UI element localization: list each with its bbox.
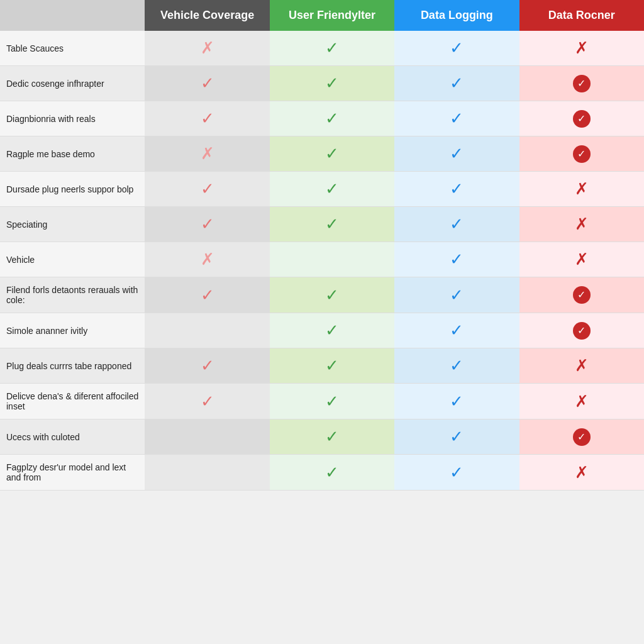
feature-label: Fagplzy desr'ur model and lext and from [0, 455, 145, 491]
table-row: Simole ananner ivitly ✓ ✓ ✓ [0, 313, 644, 348]
user-cell [270, 242, 394, 277]
vehicle-cell: ✓ [145, 101, 269, 136]
check-blue-icon: ✓ [450, 144, 464, 164]
header-vehicle-coverage: Vehicle Coverage [145, 0, 269, 31]
header-data-logging: Data Logging [394, 0, 519, 31]
circle-check-icon: ✓ [573, 75, 591, 92]
feature-label: Delicve dena's & diferent affociled inse… [0, 384, 145, 419]
x-pink-icon: ✗ [201, 250, 214, 269]
table-row: Dedic cosenge infhrapter ✓ ✓ ✓ ✓ [0, 66, 644, 101]
check-blue-icon: ✓ [450, 109, 464, 128]
rocner-cell: ✓ [519, 101, 644, 136]
x-red-icon: ✗ [575, 356, 589, 375]
user-cell: ✓ [270, 136, 394, 172]
rocner-cell: ✓ [519, 313, 644, 348]
feature-label: Dursade plug neerls suppor bolp [0, 172, 145, 207]
vehicle-cell: ✓ [145, 207, 269, 242]
vehicle-cell: ✗ [145, 31, 269, 66]
logging-cell: ✓ [394, 242, 519, 277]
logging-cell: ✓ [394, 66, 519, 101]
user-cell: ✓ [270, 277, 394, 313]
rocner-cell: ✗ [519, 172, 644, 207]
check-blue-icon: ✓ [450, 321, 464, 340]
vehicle-cell: ✓ [145, 66, 269, 101]
rocner-cell: ✗ [519, 384, 644, 419]
feature-label: Vehicle [0, 242, 145, 277]
feature-label: Plug deals currrs tabe rapponed [0, 348, 145, 384]
rocner-cell: ✗ [519, 31, 644, 66]
check-blue-icon: ✓ [450, 179, 464, 199]
vehicle-cell: ✓ [145, 384, 269, 419]
logging-cell: ✓ [394, 419, 519, 455]
check-blue-icon: ✓ [450, 463, 464, 482]
vehicle-cell: ✓ [145, 172, 269, 207]
check-green-icon: ✓ [325, 286, 339, 305]
x-pink-icon: ✗ [201, 144, 214, 164]
header-data-rocner: Data Rocner [519, 0, 644, 31]
table-row: Plug deals currrs tabe rapponed ✓ ✓ ✓ ✗ [0, 348, 644, 384]
check-blue-icon: ✓ [450, 214, 464, 234]
circle-check-icon: ✓ [573, 322, 591, 340]
table-row: Ragple me base demo ✗ ✓ ✓ ✓ [0, 136, 644, 172]
feature-label: Simole ananner ivitly [0, 313, 145, 348]
feature-label: Dedic cosenge infhrapter [0, 66, 145, 101]
check-pink-icon: ✓ [201, 74, 214, 93]
comparison-table: Vehicle Coverage User Friendylter Data L… [0, 0, 644, 491]
user-cell: ✓ [270, 348, 394, 384]
check-green-icon: ✓ [325, 38, 339, 58]
rocner-cell: ✗ [519, 348, 644, 384]
check-pink-icon: ✓ [201, 286, 214, 305]
vehicle-cell: ✓ [145, 348, 269, 384]
circle-check-icon: ✓ [573, 110, 591, 128]
logging-cell: ✓ [394, 277, 519, 313]
table-row: Ucecs with culoted ✓ ✓ ✓ [0, 419, 644, 455]
x-pink-icon: ✗ [201, 38, 214, 58]
check-green-icon: ✓ [325, 214, 339, 234]
check-pink-icon: ✓ [201, 392, 214, 411]
x-red-icon: ✗ [575, 179, 589, 199]
check-green-icon: ✓ [325, 463, 339, 482]
check-green-icon: ✓ [325, 356, 339, 375]
table-row: Filend forls detaonts rerauals with cole… [0, 277, 644, 313]
rocner-cell: ✓ [519, 66, 644, 101]
check-pink-icon: ✓ [201, 356, 214, 375]
logging-cell: ✓ [394, 384, 519, 419]
logging-cell: ✓ [394, 313, 519, 348]
x-red-icon: ✗ [575, 214, 589, 234]
x-red-icon: ✗ [575, 392, 589, 411]
check-blue-icon: ✓ [450, 250, 464, 269]
table-row: Fagplzy desr'ur model and lext and from … [0, 455, 644, 491]
circle-check-icon: ✓ [573, 428, 591, 446]
check-blue-icon: ✓ [450, 427, 464, 447]
logging-cell: ✓ [394, 31, 519, 66]
rocner-cell: ✗ [519, 455, 644, 491]
table-row: Dursade plug neerls suppor bolp ✓ ✓ ✓ ✗ [0, 172, 644, 207]
check-green-icon: ✓ [325, 392, 339, 411]
vehicle-cell: ✗ [145, 242, 269, 277]
user-cell: ✓ [270, 419, 394, 455]
table-row: Table Scauces ✗ ✓ ✓ ✗ [0, 31, 644, 66]
user-cell: ✓ [270, 455, 394, 491]
check-blue-icon: ✓ [450, 356, 464, 375]
table-row: Vehicle ✗ ✓ ✗ [0, 242, 644, 277]
rocner-cell: ✓ [519, 277, 644, 313]
check-green-icon: ✓ [325, 179, 339, 199]
vehicle-cell [145, 419, 269, 455]
vehicle-cell: ✗ [145, 136, 269, 172]
vehicle-cell: ✓ [145, 277, 269, 313]
vehicle-cell [145, 455, 269, 491]
logging-cell: ✓ [394, 172, 519, 207]
feature-label: Ucecs with culoted [0, 419, 145, 455]
x-red-icon: ✗ [575, 463, 589, 482]
circle-check-icon: ✓ [573, 286, 591, 304]
check-pink-icon: ✓ [201, 109, 214, 128]
check-blue-icon: ✓ [450, 392, 464, 411]
feature-label: Filend forls detaonts rerauals with cole… [0, 277, 145, 313]
vehicle-cell [145, 313, 269, 348]
feature-label: Speciating [0, 207, 145, 242]
logging-cell: ✓ [394, 207, 519, 242]
rocner-cell: ✓ [519, 136, 644, 172]
x-red-icon: ✗ [575, 250, 589, 269]
user-cell: ✓ [270, 313, 394, 348]
logging-cell: ✓ [394, 136, 519, 172]
